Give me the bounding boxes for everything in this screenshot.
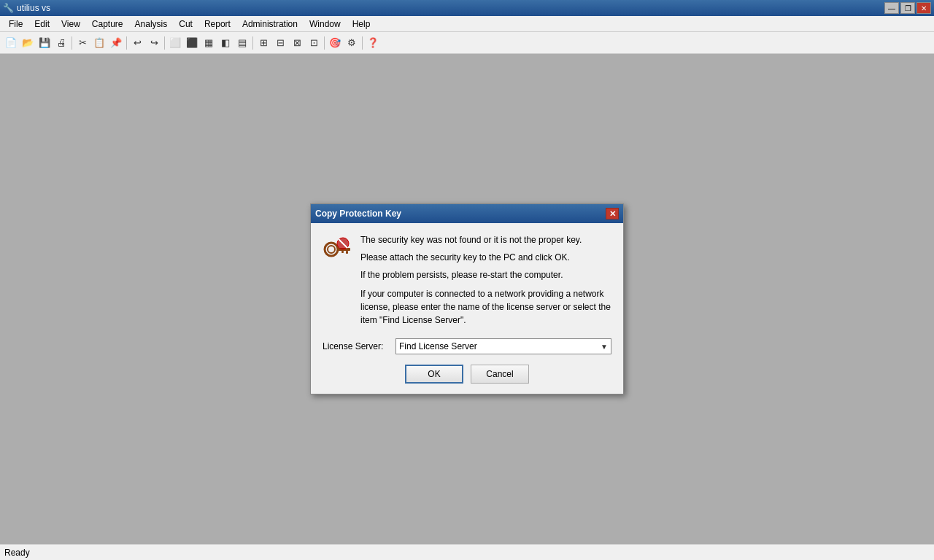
menu-cut[interactable]: Cut — [173, 18, 198, 31]
toolbar-btn3[interactable]: ▦ — [201, 35, 217, 51]
restore-button[interactable]: ❐ — [900, 2, 915, 14]
dialog-close-button[interactable]: ✕ — [606, 208, 619, 219]
toolbar-save[interactable]: 💾 — [36, 35, 53, 51]
toolbar-new[interactable]: 📄 — [3, 35, 19, 51]
menu-report[interactable]: Report — [198, 18, 236, 31]
license-server-dropdown[interactable]: Find License Server ▼ — [395, 338, 611, 354]
toolbar-sep4 — [252, 36, 253, 50]
message-line4: If your computer is connected to a netwo… — [360, 287, 611, 327]
toolbar-btn2[interactable]: ⬛ — [184, 35, 200, 51]
title-bar-left: 🔧 utilius vs — [3, 3, 50, 13]
menu-capture[interactable]: Capture — [86, 18, 129, 31]
toolbar-sep2 — [126, 36, 127, 50]
toolbar-btn7[interactable]: ⊟ — [272, 35, 288, 51]
message-line2: Please attach the security key to the PC… — [360, 251, 611, 264]
toolbar-undo[interactable]: ↩ — [129, 35, 145, 51]
app-icon: 🔧 — [3, 3, 14, 13]
toolbar-sep1 — [72, 36, 72, 50]
dropdown-arrow-icon: ▼ — [601, 343, 608, 351]
copy-protection-dialog: Copy Protection Key ✕ — [310, 203, 624, 394]
app-title: utilius vs — [17, 3, 50, 13]
license-server-value: Find License Server — [399, 341, 477, 351]
menu-file[interactable]: File — [3, 18, 28, 31]
toolbar-btn5[interactable]: ▤ — [234, 35, 250, 51]
toolbar-cut[interactable]: ✂ — [74, 35, 90, 51]
menu-help[interactable]: Help — [347, 18, 377, 31]
menu-view[interactable]: View — [55, 18, 86, 31]
toolbar-open[interactable]: 📂 — [20, 35, 36, 51]
toolbar-btn8[interactable]: ⊠ — [289, 35, 305, 51]
toolbar-print[interactable]: 🖨 — [53, 35, 69, 51]
menu-window[interactable]: Window — [304, 18, 347, 31]
toolbar-btn6[interactable]: ⊞ — [255, 35, 271, 51]
toolbar-sep6 — [362, 36, 363, 50]
toolbar-copy[interactable]: 📋 — [91, 35, 107, 51]
dialog-messages: The security key was not found or it is … — [360, 233, 611, 331]
dialog-top: The security key was not found or it is … — [323, 233, 611, 331]
ok-button[interactable]: OK — [405, 365, 463, 384]
title-controls: — ❐ ✕ — [884, 2, 931, 14]
menu-analysis[interactable]: Analysis — [129, 18, 174, 31]
toolbar-sep5 — [324, 36, 325, 50]
message-line3: If the problem persists, please re-start… — [360, 268, 611, 281]
toolbar-btn4[interactable]: ◧ — [217, 35, 234, 51]
svg-point-1 — [328, 246, 335, 253]
status-bar: Ready — [0, 544, 934, 560]
key-icon — [323, 233, 352, 262]
menu-bar: File Edit View Capture Analysis Cut Repo… — [0, 16, 934, 32]
menu-administration[interactable]: Administration — [236, 18, 304, 31]
svg-rect-3 — [346, 251, 348, 254]
minimize-button[interactable]: — — [884, 2, 899, 14]
toolbar-paste[interactable]: 📌 — [108, 35, 124, 51]
toolbar-help[interactable]: ❓ — [365, 35, 381, 51]
toolbar-capture[interactable]: 🎯 — [327, 35, 343, 51]
close-button[interactable]: ✕ — [916, 2, 931, 14]
toolbar-redo[interactable]: ↪ — [146, 35, 162, 51]
toolbar-sep3 — [164, 36, 165, 50]
cancel-button[interactable]: Cancel — [471, 365, 529, 384]
message-line1: The security key was not found or it is … — [360, 233, 611, 246]
status-text: Ready — [4, 548, 30, 558]
dialog-title: Copy Protection Key — [315, 209, 401, 219]
dialog-titlebar: Copy Protection Key ✕ — [311, 204, 623, 223]
toolbar: 📄 📂 💾 🖨 ✂ 📋 📌 ↩ ↪ ⬜ ⬛ ▦ ◧ ▤ ⊞ ⊟ ⊠ ⊡ 🎯 ⚙ … — [0, 32, 934, 54]
menu-edit[interactable]: Edit — [28, 18, 55, 31]
dialog-backdrop: Copy Protection Key ✕ — [0, 54, 934, 544]
main-area: Copy Protection Key ✕ — [0, 54, 934, 544]
dialog-content: The security key was not found or it is … — [311, 223, 623, 394]
license-server-label: License Server: — [323, 341, 388, 351]
dialog-buttons: OK Cancel — [323, 365, 611, 384]
toolbar-btn9[interactable]: ⊡ — [306, 35, 322, 51]
toolbar-btn1[interactable]: ⬜ — [167, 35, 183, 51]
toolbar-settings[interactable]: ⚙ — [344, 35, 360, 51]
title-bar: 🔧 utilius vs — ❐ ✕ — [0, 0, 934, 16]
license-server-row: License Server: Find License Server ▼ — [323, 338, 611, 354]
svg-rect-4 — [341, 251, 344, 253]
svg-point-0 — [325, 243, 338, 256]
